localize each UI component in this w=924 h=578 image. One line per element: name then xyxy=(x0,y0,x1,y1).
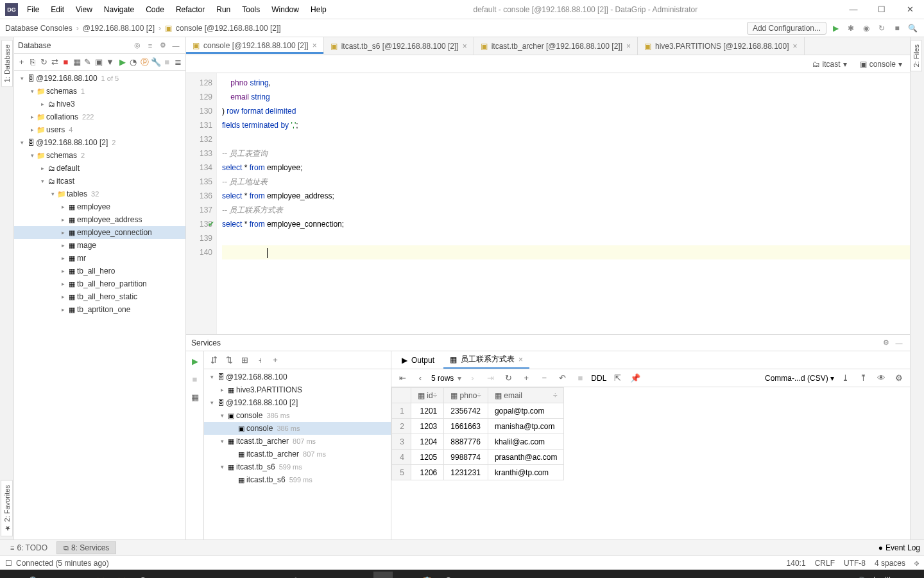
app-icon[interactable]: ▦ xyxy=(395,572,415,579)
vscode-icon[interactable]: ≺ xyxy=(199,572,218,579)
cortana-icon[interactable]: ○ xyxy=(46,572,65,579)
caret-position[interactable]: 140:1 xyxy=(787,559,806,568)
tree-row[interactable]: ▾🗄 @192.168.88.100 [2] xyxy=(204,396,391,409)
app-icon[interactable]: ◆ xyxy=(264,572,284,579)
tree-row[interactable]: ▸📁 users4 xyxy=(14,123,185,136)
search-icon[interactable]: 🔍 xyxy=(906,22,919,35)
start-icon[interactable]: ⊞ xyxy=(3,572,22,579)
app-icon[interactable]: ✱ xyxy=(286,572,305,579)
edit-icon[interactable]: ✎ xyxy=(83,55,92,69)
gear-icon[interactable]: ⚙ xyxy=(892,371,906,385)
tree-row[interactable]: ▸▦ tb_all_hero_static xyxy=(14,290,185,303)
menu-run[interactable]: Run xyxy=(211,3,235,17)
download-icon[interactable]: ⤓ xyxy=(838,371,852,385)
file-encoding[interactable]: UTF-8 xyxy=(844,559,866,568)
system-tray[interactable]: ^ 🔊 中 拼 ▣ ☁ xyxy=(847,575,921,578)
sync-icon[interactable]: ⇄ xyxy=(50,55,60,69)
tree-row[interactable]: ▾▦ itcast.tb_archer807 ms xyxy=(204,435,391,448)
menu-edit[interactable]: Edit xyxy=(46,3,69,17)
stop-icon[interactable]: ■ xyxy=(61,55,71,69)
filter-icon[interactable]: ≡ xyxy=(144,40,156,51)
menu-view[interactable]: View xyxy=(71,3,98,17)
upload-icon[interactable]: ⤒ xyxy=(856,371,870,385)
tree-row[interactable]: ▾▣ console386 ms xyxy=(204,409,391,422)
clock-icon[interactable]: ◔ xyxy=(128,55,138,69)
revert-icon[interactable]: ↶ xyxy=(555,371,569,385)
code-editor[interactable]: 128129130131132133134135136137138139140 … xyxy=(186,73,910,334)
menu-help[interactable]: Help xyxy=(305,3,332,17)
tree-row[interactable]: ▾🗂 itcast xyxy=(14,175,185,188)
minimize-button[interactable]: — xyxy=(839,0,868,19)
group-icon[interactable]: ⊞ xyxy=(237,353,252,367)
tool-window-tab-files[interactable]: 2: Files xyxy=(911,40,922,71)
tree-row[interactable]: ▾🗄 @192.168.88.100 [2]2 xyxy=(14,136,185,149)
tree-row[interactable]: ▾📁 schemas2 xyxy=(14,149,185,162)
close-button[interactable]: ✕ xyxy=(896,0,924,19)
breadcrumb-item[interactable]: @192.168.88.100 [2] xyxy=(83,24,155,33)
export-format-picker[interactable]: Comma-...d (CSV) ▾ xyxy=(765,374,834,383)
menu-file[interactable]: File xyxy=(22,3,44,17)
result-grid[interactable]: ▦ id ÷▦ phno ÷▦ email ÷112012356742gopal… xyxy=(391,387,910,539)
table-row[interactable]: 112012356742gopal@tp.com xyxy=(392,403,564,419)
input-icon[interactable]: 拼 xyxy=(884,575,891,578)
menu-tools[interactable]: Tools xyxy=(237,3,265,17)
app-icon[interactable]: ✕ xyxy=(352,572,371,579)
split-icon[interactable]: ⫞ xyxy=(253,353,267,367)
taskview-icon[interactable]: ⧉ xyxy=(68,572,87,579)
add-configuration-button[interactable]: Add Configuration... xyxy=(747,22,826,35)
menu-refactor[interactable]: Refactor xyxy=(171,3,210,17)
eye-icon[interactable]: 👁 xyxy=(874,371,888,385)
grid-icon[interactable]: ▦ xyxy=(188,390,202,404)
last-page-icon[interactable]: ⇥ xyxy=(483,371,497,385)
table-row[interactable]: 312048887776khalil@ac.com xyxy=(392,434,564,450)
add-icon[interactable]: + xyxy=(268,353,282,367)
indent-status[interactable]: 4 spaces xyxy=(875,559,905,568)
close-tab-icon[interactable]: × xyxy=(463,42,467,51)
run-icon[interactable]: ▶ xyxy=(829,22,842,35)
compare-icon[interactable]: ⇱ xyxy=(610,371,624,385)
pin-icon[interactable]: 📌 xyxy=(628,371,642,385)
tool-window-tab-favorites[interactable]: ★ 2: Favorites xyxy=(1,480,13,537)
profile-icon[interactable]: ↻ xyxy=(875,22,888,35)
editor-tab[interactable]: ▣itcast.tb_s6 [@192.168.88.100 [2]]× xyxy=(324,37,474,55)
stop-icon[interactable]: ■ xyxy=(188,372,202,386)
tool-window-tab-services[interactable]: ⧉ 8: Services xyxy=(56,541,116,554)
tree-row[interactable]: ▸▦ mr xyxy=(14,252,185,265)
list-icon[interactable]: ≣ xyxy=(173,55,183,69)
remove-row-icon[interactable]: − xyxy=(537,371,551,385)
expand-icon[interactable]: ⇵ xyxy=(207,353,221,367)
next-page-icon[interactable]: › xyxy=(465,371,479,385)
tree-row[interactable]: ▸▦ hive3.PARTITIONS xyxy=(204,383,391,396)
commit-icon[interactable]: ■ xyxy=(573,371,587,385)
app-icon[interactable]: ▼ xyxy=(308,572,327,579)
app-icon[interactable]: 📋 xyxy=(417,572,436,579)
tree-row[interactable]: ▾📁 tables32 xyxy=(14,188,185,200)
add-row-icon[interactable]: + xyxy=(519,371,533,385)
stop-icon[interactable]: ■ xyxy=(162,55,172,69)
maximize-button[interactable]: ☐ xyxy=(868,0,896,19)
refresh-icon[interactable]: ↻ xyxy=(38,55,48,69)
editor-tab[interactable]: ▣console [@192.168.88.100 [2]]× xyxy=(186,37,324,55)
tree-row[interactable]: ▸▦ tb_aprtiton_one xyxy=(14,303,185,316)
target-icon[interactable]: ◎ xyxy=(132,40,143,51)
tree-row[interactable]: ▦ itcast.tb_archer807 ms xyxy=(204,448,391,460)
tree-row[interactable]: ▸▦ employee xyxy=(14,200,185,213)
stop-icon[interactable]: ■ xyxy=(891,22,903,35)
editor-tab[interactable]: ▣itcast.tb_archer [@192.168.88.100 [2]]× xyxy=(474,37,638,55)
gear-icon[interactable]: ⚙ xyxy=(157,40,169,51)
app-icon[interactable]: ▣ xyxy=(177,572,196,579)
param-icon[interactable]: ⓟ xyxy=(139,55,149,69)
first-page-icon[interactable]: ⇤ xyxy=(395,371,409,385)
editor-tab[interactable]: ▣hive3.PARTITIONS [@192.168.88.100]× xyxy=(638,37,805,55)
tree-row[interactable]: ▾▦ itcast.tb_s6599 ms xyxy=(204,460,391,473)
line-separator[interactable]: CRLF xyxy=(815,559,835,568)
tree-row[interactable]: ▸📁 collations222 xyxy=(14,110,185,123)
run-icon[interactable]: ▶ xyxy=(117,55,127,69)
run-icon[interactable]: ▶ xyxy=(188,354,202,368)
hide-icon[interactable]: — xyxy=(893,337,905,349)
tool-window-tab-todo[interactable]: ≡ 6: TODO xyxy=(4,542,54,554)
tree-row[interactable]: ▸🗂 hive3 xyxy=(14,98,185,110)
refresh-icon[interactable]: ↻ xyxy=(501,371,515,385)
tree-row[interactable]: ▸🗂 default xyxy=(14,162,185,175)
search-icon[interactable]: 🔍 xyxy=(24,572,44,579)
